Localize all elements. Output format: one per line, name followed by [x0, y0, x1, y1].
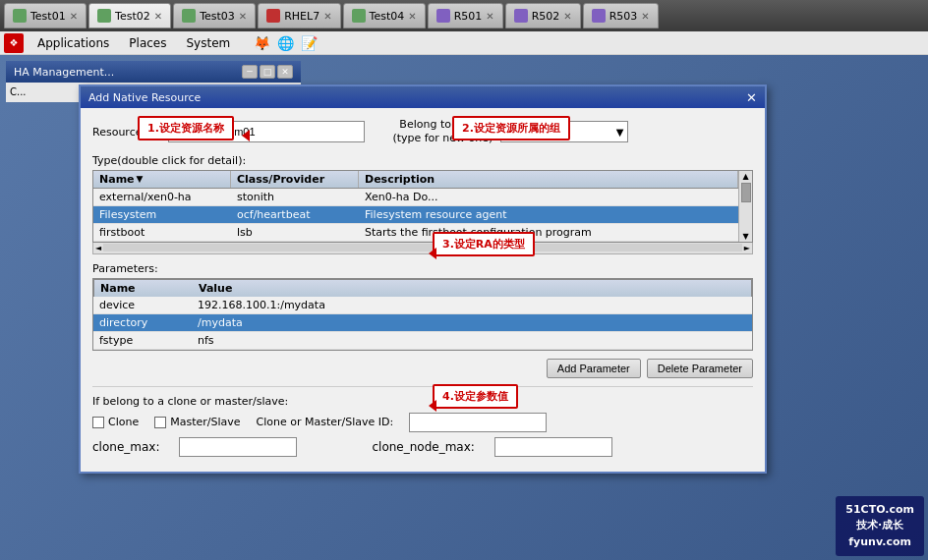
row3-class: lsb — [231, 224, 359, 241]
row3-name: firstboot — [93, 224, 231, 241]
row2-class: ocf/heartbeat — [231, 206, 359, 223]
callout-3: 3.设定RA的类型 — [433, 232, 535, 256]
menubar: ❖ Applications Places System 🦊 🌐 📝 — [0, 31, 928, 55]
master-slave-checkbox[interactable] — [154, 417, 166, 428]
col-header-desc[interactable]: Description — [359, 171, 738, 188]
clone-section: If belong to a clone or master/slave: Cl… — [92, 386, 753, 457]
callout-4-arrow — [429, 400, 436, 412]
tab-test04[interactable]: Test04 ✕ — [343, 3, 426, 28]
hscroll-right-icon[interactable]: ► — [742, 244, 752, 252]
table-row[interactable]: Filesystem ocf/heartbeat Filesystem reso… — [93, 206, 738, 224]
clone-max-label: clone_max: — [92, 440, 159, 454]
watermark: 51CTO.com 技术·成长 fyunv.com — [836, 496, 924, 557]
type-table-scrollbar[interactable]: ▲ ▼ — [738, 171, 752, 242]
clone-row1: Clone Master/Slave Clone or Master/Slave… — [92, 413, 753, 432]
clone-node-max-label: clone_node_max: — [372, 440, 474, 454]
tab-label-r503: R503 — [609, 10, 638, 23]
params-section: Parameters: Name Value device 192.168.10… — [92, 262, 753, 351]
browser-icons: 🦊 🌐 📝 — [252, 33, 319, 53]
tab-r501[interactable]: R501 ✕ — [428, 3, 503, 28]
network-icon[interactable]: 🌐 — [275, 33, 295, 53]
type-label: Type(double click for detail): — [92, 154, 753, 167]
tab-test01[interactable]: Test01 ✕ — [4, 3, 87, 28]
tab-test03[interactable]: Test03 ✕ — [173, 3, 256, 28]
add-resource-dialog: Add Native Resource ✕ Resource ID: Belon… — [79, 84, 767, 474]
type-section: Type(double click for detail): Name ▼ Cl… — [92, 154, 753, 254]
params-header: Name Value — [93, 279, 752, 297]
tab-close-test01[interactable]: ✕ — [70, 11, 78, 22]
row1-desc: Xen0-ha Do... — [359, 189, 738, 205]
clone-node-max-input[interactable] — [494, 437, 612, 457]
clone-id-input[interactable] — [409, 413, 547, 432]
dialog-title: Add Native Resource — [88, 91, 201, 104]
ha-titlebar: HA Management... ─ □ ✕ — [6, 61, 301, 83]
scroll-down-icon[interactable]: ▼ — [742, 232, 748, 241]
type-table-container: Name ▼ Class/Provider Description — [92, 170, 753, 243]
master-slave-checkbox-item[interactable]: Master/Slave — [154, 416, 240, 428]
menu-places[interactable]: Places — [123, 34, 172, 52]
tab-close-test04[interactable]: ✕ — [408, 11, 416, 22]
row1-class: stonith — [231, 189, 359, 205]
tab-label-rhel7: RHEL7 — [284, 10, 319, 23]
tab-rhel7[interactable]: RHEL7 ✕ — [258, 3, 340, 28]
tab-r502[interactable]: R502 ✕ — [505, 3, 581, 28]
tab-close-test03[interactable]: ✕ — [239, 11, 247, 22]
tab-r503[interactable]: R503 ✕ — [583, 3, 659, 28]
tab-close-r501[interactable]: ✕ — [486, 11, 493, 22]
edit-icon[interactable]: 📝 — [299, 33, 319, 53]
add-parameter-btn[interactable]: Add Parameter — [547, 359, 641, 378]
ha-minimize-btn[interactable]: ─ — [242, 65, 258, 79]
param-row[interactable]: device 192.168.100.1:/mydata — [93, 297, 752, 314]
clone-row2: clone_max: clone_node_max: — [92, 437, 753, 457]
tab-close-test02[interactable]: ✕ — [154, 11, 162, 22]
tab-icon-r503 — [592, 9, 606, 23]
table-row[interactable]: firstboot lsb Starts the firstboot confi… — [93, 224, 738, 242]
tab-close-rhel7[interactable]: ✕ — [323, 11, 331, 22]
col-name-label: Name — [99, 173, 135, 186]
dialog-close-btn[interactable]: ✕ — [746, 90, 757, 105]
clone-section-label: If belong to a clone or master/slave: — [92, 395, 753, 408]
tab-icon-rhel7 — [266, 9, 280, 23]
tab-icon-test01 — [13, 9, 27, 23]
clone-max-input[interactable] — [179, 437, 297, 457]
param-row[interactable]: directory /mydata — [93, 314, 752, 332]
hscroll-left-icon[interactable]: ◄ — [93, 244, 103, 252]
callout-1: 1.设定资源名称 — [138, 116, 234, 140]
tab-icon-r502 — [514, 9, 528, 23]
tab-test02[interactable]: Test02 ✕ — [88, 3, 171, 28]
watermark-line2: 技术·成长 — [845, 518, 914, 534]
clone-checkbox[interactable] — [92, 417, 104, 428]
scroll-up-icon[interactable]: ▲ — [742, 172, 748, 181]
main-area: HA Management... ─ □ ✕ C... Add Native R… — [0, 55, 928, 560]
scroll-thumb[interactable] — [741, 183, 751, 202]
clone-id-label: Clone or Master/Slave ID: — [257, 416, 394, 428]
ha-close-btn[interactable]: ✕ — [277, 65, 293, 79]
tab-close-r502[interactable]: ✕ — [563, 11, 571, 22]
ha-maximize-btn[interactable]: □ — [260, 65, 275, 79]
callout-2: 2.设定资源所属的组 — [452, 116, 570, 140]
master-slave-label: Master/Slave — [170, 416, 240, 428]
hscroll-track — [103, 244, 742, 252]
params-label: Parameters: — [92, 262, 753, 275]
callout-1-arrow — [242, 130, 250, 141]
watermark-line3: fyunv.com — [845, 534, 914, 551]
menu-system[interactable]: System — [180, 34, 236, 52]
param-row[interactable]: fstype nfs — [93, 332, 752, 350]
table-row[interactable]: external/xen0-ha stonith Xen0-ha Do... — [93, 189, 738, 206]
tab-label-test02: Test02 — [115, 10, 150, 23]
col-header-name[interactable]: Name ▼ — [93, 171, 231, 188]
delete-parameter-btn[interactable]: Delete Parameter — [647, 359, 753, 378]
row3-desc: Starts the firstboot configuration progr… — [359, 224, 738, 241]
taskbar: Test01 ✕ Test02 ✕ Test03 ✕ RHEL7 ✕ Test0… — [0, 0, 928, 31]
param-header-value: Value — [193, 280, 751, 297]
col-header-class[interactable]: Class/Provider — [231, 171, 359, 188]
gnome-icon: ❖ — [4, 33, 24, 53]
tab-icon-test03 — [182, 9, 196, 23]
clone-checkbox-item[interactable]: Clone — [92, 416, 139, 428]
type-table-hscrollbar[interactable]: ◄ ► — [92, 243, 753, 254]
menu-applications[interactable]: Applications — [31, 34, 115, 52]
tab-icon-test04 — [352, 9, 366, 23]
firefox-icon[interactable]: 🦊 — [252, 33, 271, 53]
tab-close-r503[interactable]: ✕ — [641, 11, 649, 22]
ha-title: HA Management... — [14, 66, 114, 79]
